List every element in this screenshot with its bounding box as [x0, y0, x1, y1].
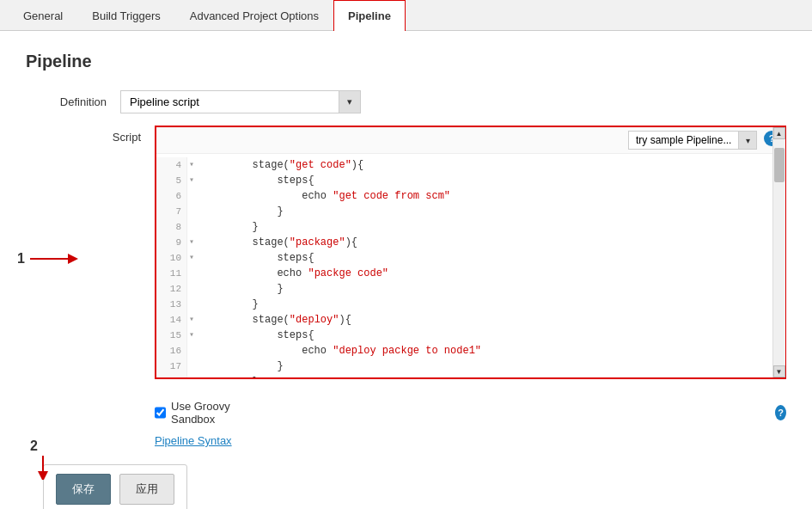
- line-content: stage("package"){: [199, 235, 357, 250]
- script-section: 1 Script try sample Pipeline...: [26, 126, 786, 391]
- save-button[interactable]: 保存: [56, 474, 111, 505]
- line-content: stage("deploy"){: [199, 312, 351, 328]
- line-number: 7: [156, 204, 187, 219]
- page-title: Pipeline: [26, 52, 786, 71]
- sample-pipeline-select[interactable]: try sample Pipeline...: [628, 131, 757, 150]
- button-group-box: 保存 应用: [43, 464, 187, 509]
- line-content: echo "get code from scm": [199, 188, 450, 204]
- annotation-1: 1: [17, 250, 80, 267]
- definition-row: Definition Pipeline script Pipeline scri…: [26, 90, 786, 113]
- content-area: Pipeline Definition Pipeline script Pipe…: [0, 31, 812, 509]
- line-content: steps{: [199, 173, 314, 188]
- scroll-track: [773, 139, 785, 365]
- line-fold-arrow-icon[interactable]: [187, 343, 199, 359]
- pipeline-syntax-row: Pipeline Syntax: [26, 434, 786, 447]
- code-editor-area[interactable]: 4▾ stage("get code"){5▾ steps{6 echo "ge…: [156, 154, 785, 377]
- annotation-2: 2: [30, 438, 56, 480]
- line-content: }: [199, 374, 259, 377]
- line-number: 15: [156, 328, 187, 343]
- line-fold-arrow-icon[interactable]: ▾: [187, 328, 199, 343]
- script-row: Script try sample Pipeline... ▾ ? 4▾ sta…: [60, 126, 786, 379]
- line-number: 4: [156, 157, 187, 173]
- line-fold-arrow-icon[interactable]: [187, 374, 199, 377]
- code-line: 16 echo "deploy packge to node1": [156, 343, 785, 359]
- groovy-label-text: Use Groovy Sandbox: [171, 400, 242, 426]
- annotation-1-num: 1: [17, 251, 25, 267]
- annotation-1-arrow-icon: [28, 250, 80, 267]
- line-fold-arrow-icon[interactable]: ▾: [187, 312, 199, 328]
- line-content: stage("get code"){: [199, 157, 363, 173]
- tab-bar: General Build Triggers Advanced Project …: [0, 0, 812, 31]
- tab-pipeline[interactable]: Pipeline: [333, 0, 406, 31]
- code-line: 13 }: [156, 297, 785, 312]
- line-number: 5: [156, 173, 187, 188]
- annotation-2-arrow-icon: [30, 454, 56, 480]
- groovy-row: Use Groovy Sandbox ?: [26, 400, 786, 426]
- line-content: echo "deploy packge to node1": [199, 343, 481, 359]
- button-section: 2 保存 应用: [26, 464, 786, 509]
- line-fold-arrow-icon[interactable]: [187, 188, 199, 204]
- line-content: }: [199, 219, 259, 235]
- code-line: 12 }: [156, 281, 785, 297]
- code-line: 5▾ steps{: [156, 173, 785, 188]
- line-content: }: [199, 359, 284, 374]
- definition-label: Definition: [26, 95, 120, 108]
- code-line: 6 echo "get code from scm": [156, 188, 785, 204]
- line-number: 11: [156, 266, 187, 281]
- line-fold-arrow-icon[interactable]: [187, 281, 199, 297]
- line-content: steps{: [199, 250, 314, 266]
- sample-select-wrapper: try sample Pipeline... ▾: [628, 131, 757, 150]
- line-number: 18: [156, 374, 187, 377]
- line-number: 13: [156, 297, 187, 312]
- script-label: Script: [60, 126, 155, 144]
- groovy-help-icon[interactable]: ?: [775, 405, 786, 420]
- line-number: 6: [156, 188, 187, 204]
- line-content: echo "packge code": [199, 266, 388, 281]
- line-fold-arrow-icon[interactable]: [187, 204, 199, 219]
- line-number: 14: [156, 312, 187, 328]
- line-fold-arrow-icon[interactable]: [187, 219, 199, 235]
- tab-general[interactable]: General: [9, 0, 77, 31]
- groovy-checkbox-label[interactable]: Use Groovy Sandbox: [155, 400, 242, 426]
- line-fold-arrow-icon[interactable]: [187, 297, 199, 312]
- line-fold-arrow-icon[interactable]: [187, 266, 199, 281]
- tab-advanced-project-options[interactable]: Advanced Project Options: [175, 0, 333, 31]
- line-fold-arrow-icon[interactable]: ▾: [187, 173, 199, 188]
- script-editor[interactable]: try sample Pipeline... ▾ ? 4▾ stage("get…: [155, 126, 786, 379]
- line-content: steps{: [199, 328, 314, 343]
- code-line: 17 }: [156, 359, 785, 374]
- line-fold-arrow-icon[interactable]: ▾: [187, 250, 199, 266]
- script-scrollbar[interactable]: ▲ ▼: [772, 127, 785, 377]
- definition-select[interactable]: Pipeline script Pipeline script from SCM: [120, 90, 361, 113]
- line-number: 16: [156, 343, 187, 359]
- code-line: 4▾ stage("get code"){: [156, 157, 785, 173]
- line-number: 12: [156, 281, 187, 297]
- tab-build-triggers[interactable]: Build Triggers: [77, 0, 174, 31]
- line-fold-arrow-icon[interactable]: [187, 359, 199, 374]
- annotation-2-num: 2: [30, 438, 38, 454]
- line-number: 8: [156, 219, 187, 235]
- code-line: 18 }: [156, 374, 785, 377]
- line-number: 17: [156, 359, 187, 374]
- scroll-thumb[interactable]: [774, 148, 785, 182]
- code-line: 15▾ steps{: [156, 328, 785, 343]
- line-fold-arrow-icon[interactable]: ▾: [187, 157, 199, 173]
- code-line: 8 }: [156, 219, 785, 235]
- line-content: }: [199, 281, 284, 297]
- apply-button[interactable]: 应用: [119, 474, 174, 505]
- scroll-up-icon[interactable]: ▲: [773, 127, 785, 139]
- code-line: 10▾ steps{: [156, 250, 785, 266]
- scroll-down-icon[interactable]: ▼: [773, 365, 785, 377]
- code-line: 14▾ stage("deploy"){: [156, 312, 785, 328]
- line-number: 10: [156, 250, 187, 266]
- pipeline-syntax-link[interactable]: Pipeline Syntax: [155, 434, 232, 447]
- line-fold-arrow-icon[interactable]: ▾: [187, 235, 199, 250]
- script-toolbar: try sample Pipeline... ▾ ?: [156, 127, 785, 154]
- definition-select-wrapper: Pipeline script Pipeline script from SCM…: [120, 90, 361, 113]
- code-line: 9▾ stage("package"){: [156, 235, 785, 250]
- line-content: }: [199, 297, 259, 312]
- code-line: 11 echo "packge code": [156, 266, 785, 281]
- groovy-checkbox[interactable]: [155, 407, 166, 419]
- line-number: 9: [156, 235, 187, 250]
- code-line: 7 }: [156, 204, 785, 219]
